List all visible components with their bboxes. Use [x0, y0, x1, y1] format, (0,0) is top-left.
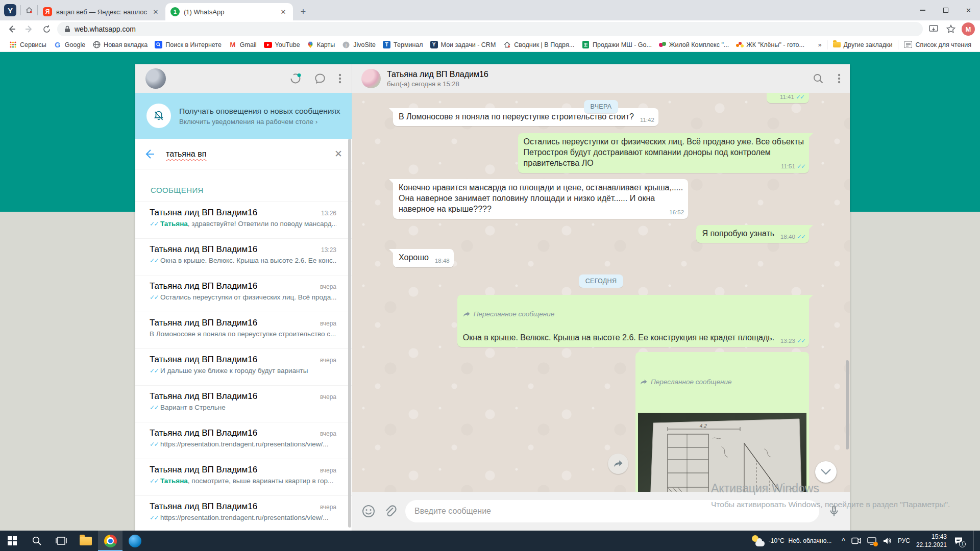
bookmark-residential-complex[interactable]: Жилой Комплекс "... — [655, 40, 732, 49]
bookmarks-bar: Сервисы GGoogle Новая вкладка Поиск в Ин… — [0, 38, 980, 52]
chat-preview: В Ломоносове я поняла по переуступке стр… — [150, 330, 336, 338]
my-profile-avatar[interactable] — [145, 68, 166, 89]
new-chat-icon[interactable] — [314, 72, 326, 85]
read-checks-icon: ✓✓ — [150, 367, 158, 374]
bookmark-google[interactable]: GGoogle — [50, 40, 89, 50]
chat-list-item[interactable]: Татьяна лид ВП Владим1613:26 ✓✓Татьяна, … — [135, 202, 352, 239]
file-explorer-button[interactable] — [74, 531, 98, 551]
contact-avatar[interactable] — [361, 69, 381, 88]
language-indicator[interactable]: РУС — [898, 537, 910, 544]
chat-time: 13:26 — [321, 210, 336, 217]
messages-section-label: СООБЩЕНИЯ — [135, 169, 352, 202]
bookmark-other-bookmarks[interactable]: Другие закладки — [829, 40, 896, 49]
bookmark-services[interactable]: Сервисы — [5, 40, 50, 50]
search-input[interactable]: татьяна вп — [166, 149, 334, 159]
start-button[interactable] — [0, 531, 24, 551]
window-minimize-button[interactable] — [911, 0, 934, 20]
scroll-to-bottom-button[interactable] — [815, 461, 837, 483]
tab-close-icon[interactable]: ✕ — [279, 7, 288, 16]
yandex-pinned-icon[interactable]: Y — [4, 4, 16, 16]
home-icon[interactable] — [25, 6, 33, 14]
microphone-icon[interactable] — [827, 505, 841, 518]
bell-muted-icon — [146, 104, 171, 128]
chat-menu-kebab-icon[interactable] — [838, 72, 841, 85]
window-maximize-button[interactable] — [934, 0, 957, 20]
tab-whatsapp[interactable]: 1 (1) WhatsApp ✕ — [165, 3, 293, 20]
show-desktop-button[interactable] — [973, 531, 976, 551]
kleny-logo-icon — [736, 42, 743, 48]
new-tab-button[interactable]: + — [296, 5, 310, 19]
chat-list-item[interactable]: Татьяна лид ВП Владим16вчера ✓✓https://p… — [135, 422, 352, 459]
taskbar-clock[interactable]: 15:43 22.12.2021 — [916, 533, 947, 549]
tab-yandex-search[interactable]: Я вацап веб — Яндекс: нашлось 5 ✕ — [38, 3, 165, 20]
attached-photo-floor-plan-sketch[interactable]: 4.2 2.6 — [638, 402, 806, 492]
notifications-banner[interactable]: Получать оповещения о новых сообщениях В… — [135, 93, 352, 139]
menu-kebab-icon[interactable] — [338, 72, 341, 85]
bookmark-crm-tasks[interactable]: YМои задачи - CRM — [427, 40, 500, 49]
message-outgoing-image[interactable]: Пересланное сообщение — [635, 352, 809, 492]
forward-message-button[interactable] — [608, 454, 628, 474]
divider — [20, 5, 21, 15]
meet-now-icon[interactable] — [851, 537, 861, 544]
browser-taskbar-button[interactable] — [122, 531, 147, 551]
chat-pane: Татьяна лид ВП Владим16 был(-а) сегодня … — [352, 64, 850, 531]
forwarded-label: Пересланное сообщение — [463, 310, 804, 319]
search-in-chat-icon[interactable] — [812, 72, 824, 85]
bookmarks-overflow-chevron[interactable]: » — [815, 41, 824, 48]
chat-name: Татьяна лид ВП Владим16 — [150, 391, 257, 402]
speaker-icon[interactable] — [883, 537, 892, 545]
bookmark-gmail[interactable]: MGmail — [225, 40, 260, 50]
bookmark-sales-sheet[interactable]: Продажи МШ - Go... — [578, 40, 655, 50]
bookmark-reading-list[interactable]: Список для чтения — [900, 40, 975, 50]
forward-button[interactable] — [22, 22, 36, 36]
terminal-icon: T — [383, 41, 390, 48]
taskbar-search-button[interactable] — [24, 531, 49, 551]
tab-close-icon[interactable]: ✕ — [151, 7, 160, 16]
chat-preview: ✓✓Окна в крыше. Велюкс. Крыша на высоте … — [150, 257, 336, 264]
bookmark-internet-search[interactable]: Поиск в Интернете — [151, 40, 225, 49]
chat-list-item[interactable]: Татьяна лид ВП Владим16вчера ✓✓https://p… — [135, 496, 352, 531]
chat-list-item[interactable]: Татьяна лид ВП Владим16вчера В Ломоносов… — [135, 312, 352, 349]
display-update-icon[interactable] — [867, 537, 876, 545]
back-arrow-icon[interactable] — [143, 148, 156, 160]
bookmark-youtube[interactable]: YouTube — [260, 40, 304, 50]
action-center-icon[interactable]: 1 — [954, 537, 963, 545]
back-button[interactable] — [5, 22, 18, 36]
bookmark-star-icon[interactable] — [944, 22, 958, 36]
clear-search-icon[interactable]: ✕ — [334, 148, 342, 160]
window-close-button[interactable]: ✕ — [957, 0, 980, 20]
chat-list-item[interactable]: Татьяна лид ВП Владим16вчера ✓✓Татьяна, … — [135, 459, 352, 496]
chat-list-item[interactable]: Татьяна лид ВП Владим16вчера ✓✓Вариант в… — [135, 386, 352, 422]
bookmark-new-tab[interactable]: Новая вкладка — [89, 40, 151, 50]
message-input[interactable] — [405, 500, 819, 522]
taskbar-weather[interactable]: -10°C Неб. облачно... — [748, 535, 835, 546]
chat-list-item[interactable]: Татьяна лид ВП Владим1613:23 ✓✓Окна в кр… — [135, 239, 352, 276]
bookmark-maps[interactable]: Карты — [304, 40, 339, 49]
chrome-taskbar-button[interactable] — [98, 531, 122, 551]
browser-profile-avatar[interactable]: M — [962, 22, 975, 36]
task-view-button[interactable] — [49, 531, 74, 551]
status-icon[interactable] — [289, 72, 302, 85]
url-bar[interactable]: web.whatsapp.com — [57, 22, 923, 36]
reload-button[interactable] — [40, 22, 53, 36]
attach-paperclip-icon[interactable] — [384, 505, 397, 518]
banner-subtitle: Включить уведомления на рабочем столе › — [179, 118, 340, 126]
blue-browser-icon — [129, 535, 141, 547]
chat-preview: ✓✓Вариант в Стрельне — [150, 404, 336, 411]
chat-header[interactable]: Татьяна лид ВП Владим16 был(-а) сегодня … — [352, 64, 850, 93]
chat-list-item[interactable]: Татьяна лид ВП Владим16вчера ✓✓И дальше … — [135, 349, 352, 386]
chat-scrollbar[interactable] — [846, 360, 849, 449]
install-app-icon[interactable] — [927, 22, 940, 36]
bookmark-jivosite[interactable]: jJivoSite — [338, 40, 379, 50]
emoji-icon[interactable] — [361, 504, 376, 518]
read-checks-icon: ✓✓ — [797, 233, 805, 240]
forwarded-label: Пересланное сообщение — [638, 378, 806, 387]
bookmark-svodnik[interactable]: Сводник | В Подря... — [499, 40, 578, 50]
chat-time: вчера — [320, 357, 336, 364]
bookmark-terminal[interactable]: TТерминал — [379, 40, 427, 49]
tray-expand-chevron[interactable]: ^ — [842, 537, 845, 545]
read-checks-icon: ✓✓ — [150, 478, 158, 485]
bookmark-kleny[interactable]: ЖК "Клёны" - гото... — [732, 40, 808, 49]
chat-list-item[interactable]: Татьяна лид ВП Владим16вчера ✓✓Остались … — [135, 276, 352, 312]
sidebar-scrollbar[interactable] — [348, 139, 351, 528]
